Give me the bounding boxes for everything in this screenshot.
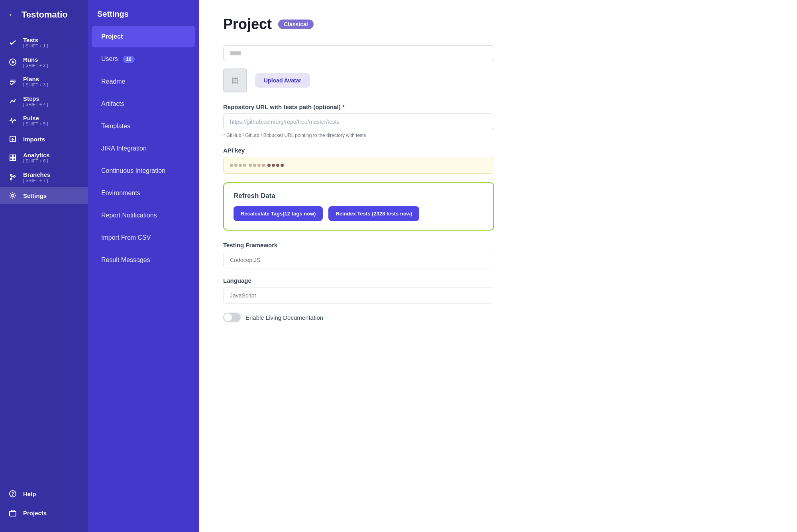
page-title-row: Project Classical (223, 16, 773, 33)
help-icon: ? (8, 489, 18, 499)
users-badge: 16 (123, 56, 134, 63)
settings-nav-templates[interactable]: Templates (92, 115, 195, 137)
sidebar-item-help[interactable]: ? Help (0, 484, 88, 503)
sidebar-item-tests[interactable]: Tests [ SHIFT + 1 ] (0, 33, 88, 52)
testing-framework-label: Testing Framework (223, 242, 773, 248)
svg-rect-7 (13, 155, 16, 157)
tests-icon (8, 38, 18, 47)
settings-nav-import-csv[interactable]: Import From CSV (92, 227, 195, 248)
settings-nav-report-notifications[interactable]: Report Notifications (92, 205, 195, 226)
main-content: Project Classical 🖼 Upload Avatar Reposi… (199, 0, 797, 532)
svg-rect-6 (10, 155, 12, 157)
project-name-input-wrapper (223, 45, 494, 61)
upload-avatar-button[interactable]: Upload Avatar (255, 73, 310, 88)
sidebar-item-runs[interactable]: Runs [ SHIFT + 2 ] (0, 52, 88, 72)
living-docs-toggle[interactable] (223, 313, 241, 322)
runs-icon (8, 57, 18, 67)
sidebar-item-steps[interactable]: Steps [ SHIFT + 4 ] (0, 91, 88, 111)
svg-text:🖼: 🖼 (232, 77, 239, 85)
help-label: Help (23, 491, 36, 497)
language-group: Language (223, 277, 773, 304)
plans-shortcut: [ SHIFT + 3 ] (23, 82, 48, 87)
steps-shortcut: [ SHIFT + 4 ] (23, 102, 48, 107)
toggle-knob (224, 313, 232, 321)
sidebar: ← Testomatio Tests [ SHIFT + 1 ] Runs [ … (0, 0, 88, 532)
repo-url-group: Repository URL with tests path (optional… (223, 104, 773, 138)
svg-rect-17 (10, 511, 16, 516)
sidebar-item-branches[interactable]: Branches [ SHIFT + 7 ] (0, 167, 88, 187)
repo-url-input[interactable] (223, 113, 494, 130)
svg-point-10 (10, 174, 12, 176)
settings-nav-project[interactable]: Project (92, 26, 195, 47)
settings-nav-jira[interactable]: JIRA Integration (92, 138, 195, 159)
pulse-shortcut: [ SHIFT + 5 ] (23, 121, 48, 126)
steps-label: Steps (23, 95, 48, 102)
settings-icon (8, 191, 18, 200)
sidebar-item-settings[interactable]: Settings (0, 187, 88, 204)
project-name-placeholder (230, 51, 241, 55)
living-docs-row: Enable Living Documentation (223, 313, 773, 322)
settings-nav-users[interactable]: Users 16 (92, 48, 195, 70)
sidebar-item-plans[interactable]: Plans [ SHIFT + 3 ] (0, 72, 88, 91)
runs-label: Runs (23, 56, 48, 63)
repo-url-label: Repository URL with tests path (optional… (223, 104, 773, 110)
sidebar-item-analytics[interactable]: Analytics [ SHIFT + 6 ] (0, 148, 88, 167)
analytics-shortcut: [ SHIFT + 6 ] (23, 158, 50, 163)
settings-nav-ci[interactable]: Continuous Integration (92, 160, 195, 182)
branches-icon (8, 172, 18, 182)
living-docs-label: Enable Living Documentation (245, 314, 323, 321)
reindex-tests-button[interactable]: Reindex Tests (2328 tests now) (328, 206, 419, 221)
analytics-label: Analytics (23, 152, 50, 158)
settings-nav-result-messages[interactable]: Result Messages (92, 249, 195, 271)
page-title: Project (223, 16, 272, 33)
projects-label: Projects (23, 510, 47, 516)
runs-shortcut: [ SHIFT + 2 ] (23, 63, 48, 68)
settings-panel-title: Settings (88, 0, 199, 25)
settings-nav-readme[interactable]: Readme (92, 71, 195, 92)
imports-label: Imports (23, 136, 45, 143)
classical-badge: Classical (278, 20, 314, 29)
svg-rect-8 (10, 158, 12, 160)
recalculate-tags-button[interactable]: Recalculate Tags(12 tags now) (234, 206, 323, 221)
svg-point-11 (10, 178, 12, 180)
testing-framework-input[interactable] (223, 252, 494, 268)
tests-shortcut: [ SHIFT + 1 ] (23, 43, 48, 48)
repo-url-hint: * GitHub / GitLab / Bitbucket URL pointi… (223, 133, 773, 138)
language-input[interactable] (223, 287, 494, 304)
sidebar-bottom: ? Help Projects (0, 478, 88, 532)
svg-marker-1 (12, 61, 15, 64)
svg-text:?: ? (11, 491, 14, 497)
settings-label: Settings (23, 192, 47, 199)
api-key-box (223, 157, 494, 174)
avatar-section: 🖼 Upload Avatar (223, 68, 773, 92)
language-label: Language (223, 277, 773, 284)
sidebar-item-projects[interactable]: Projects (0, 503, 88, 522)
api-key-group: API key (223, 147, 773, 174)
refresh-data-title: Refresh Data (234, 192, 484, 200)
app-title: Testomatio (22, 10, 68, 20)
branches-label: Branches (23, 171, 50, 178)
projects-icon (8, 508, 18, 518)
steps-icon (8, 96, 18, 106)
pulse-icon (8, 116, 18, 125)
svg-point-14 (12, 194, 14, 197)
svg-rect-9 (13, 158, 16, 160)
settings-panel: Settings Project Users 16 Readme Artifac… (88, 0, 199, 532)
tests-label: Tests (23, 37, 48, 43)
plans-label: Plans (23, 76, 48, 82)
avatar-preview: 🖼 (223, 68, 247, 92)
api-key-label: API key (223, 147, 773, 154)
sidebar-item-imports[interactable]: Imports (0, 130, 88, 148)
settings-nav-environments[interactable]: Environments (92, 182, 195, 204)
settings-nav-artifacts[interactable]: Artifacts (92, 93, 195, 115)
analytics-icon (8, 153, 18, 162)
plans-icon (8, 77, 18, 86)
testing-framework-group: Testing Framework (223, 242, 773, 268)
sidebar-header: ← Testomatio (0, 0, 88, 29)
sidebar-nav: Tests [ SHIFT + 1 ] Runs [ SHIFT + 2 ] P… (0, 29, 88, 478)
branches-shortcut: [ SHIFT + 7 ] (23, 178, 50, 183)
sidebar-item-pulse[interactable]: Pulse [ SHIFT + 5 ] (0, 111, 88, 130)
settings-nav: Project Users 16 Readme Artifacts Templa… (88, 25, 199, 272)
back-icon[interactable]: ← (8, 10, 17, 20)
pulse-label: Pulse (23, 115, 48, 121)
